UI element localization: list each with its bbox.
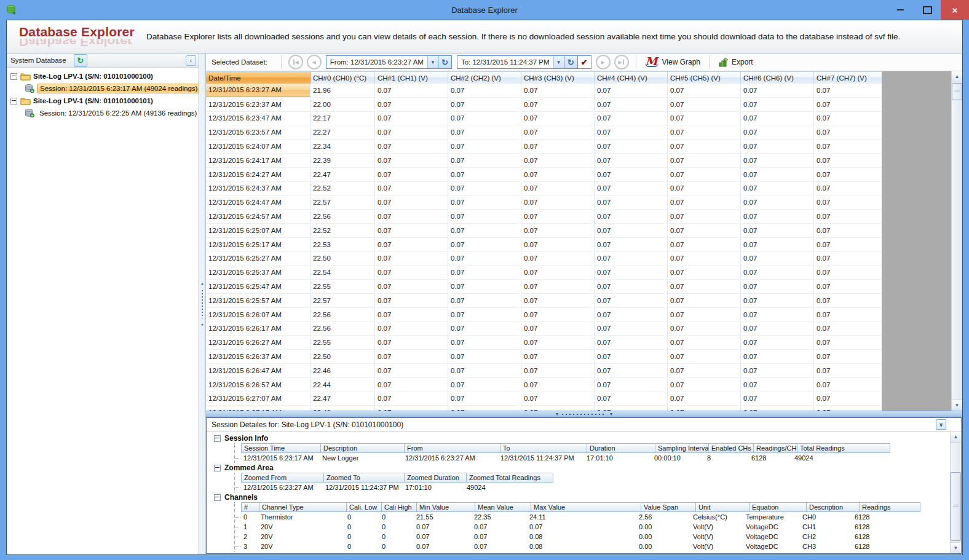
previous-record-button[interactable]: ◀: [307, 55, 322, 69]
maximize-button[interactable]: [914, 0, 941, 20]
scroll-up-icon[interactable]: ▲: [952, 71, 962, 82]
from-reset-button[interactable]: ↻: [438, 56, 451, 68]
refresh-database-button[interactable]: ↻: [74, 54, 87, 67]
cell-ch2: 0.07: [448, 210, 521, 223]
cell-ch3: 0.07: [521, 392, 595, 406]
scroll-up-icon[interactable]: ▲: [951, 432, 961, 443]
table-row: 0 Thermistor 0 0 21.55 22.35 24.11 2.56 …: [241, 512, 961, 522]
table-row[interactable]: 12/31/2015 6:25:17 AM 22.53 0.07 0.07 0.…: [206, 238, 882, 252]
scroll-down-icon[interactable]: ▼: [952, 400, 962, 411]
grid-column-header[interactable]: Date/Time: [206, 72, 310, 84]
cell-ch0: 22.50: [310, 350, 375, 363]
table-row[interactable]: 12/31/2015 6:26:07 AM 22.56 0.07 0.07 0.…: [206, 308, 882, 322]
table-row[interactable]: 12/31/2015 6:24:07 AM 22.34 0.07 0.07 0.…: [206, 140, 882, 154]
grid-column-header[interactable]: CH#0 (CH0) (°C): [310, 72, 375, 84]
table-row[interactable]: 12/31/2015 6:26:37 AM 22.50 0.07 0.07 0.…: [206, 350, 882, 364]
grid-vertical-scrollbar[interactable]: ▲ ▼: [951, 71, 962, 411]
cell-ch3: 0.07: [521, 406, 595, 411]
horizontal-splitter[interactable]: ▾ ▾: [206, 411, 962, 417]
cell-ch1: 0.07: [375, 98, 448, 111]
table-row[interactable]: 12/31/2015 6:25:37 AM 22.54 0.07 0.07 0.…: [206, 266, 882, 280]
section-expander-icon[interactable]: [214, 435, 221, 442]
cell-ch2: 0.07: [448, 84, 521, 97]
tree-expander-icon[interactable]: [10, 73, 17, 80]
table-row[interactable]: 12/31/2015 6:24:27 AM 22.47 0.07 0.07 0.…: [206, 168, 882, 182]
session-info-table: Session TimeDescriptionFromToDurationSam…: [234, 443, 961, 463]
table-row[interactable]: 12/31/2015 6:25:07 AM 22.52 0.07 0.07 0.…: [206, 224, 882, 238]
cell-ch1: 0.07: [375, 224, 448, 237]
from-date-picker[interactable]: From: 12/31/2015 6:23:27 AM ▾ ↻: [326, 55, 452, 69]
grid-column-header[interactable]: CH#3 (CH3) (V): [521, 72, 595, 84]
cell-ch3: 0.07: [521, 308, 595, 321]
collapse-left-icon: ‹: [190, 57, 192, 64]
details-vertical-scrollbar[interactable]: ▲ ▼: [950, 432, 961, 553]
table-row[interactable]: 12/31/2015 6:26:57 AM 22.44 0.07 0.07 0.…: [206, 378, 882, 392]
tree-node-logger-2[interactable]: Site-Log LPV-1 (S/N: 010101000101): [7, 95, 199, 107]
cell-ch4: 0.07: [595, 125, 668, 139]
refresh-icon: ↻: [77, 56, 84, 65]
minimize-button[interactable]: [887, 0, 914, 20]
tree-node-logger-1[interactable]: Site-Log LPV-1 (S/N: 010101000100): [7, 70, 199, 82]
cell: 12/31/2015 11:24:37 PM: [323, 483, 403, 492]
reset-icon: ↻: [441, 58, 448, 67]
to-reset-button[interactable]: ↻: [564, 56, 577, 68]
table-row[interactable]: 12/31/2015 6:24:37 AM 22.52 0.07 0.07 0.…: [206, 182, 882, 196]
to-dropdown-button[interactable]: ▾: [553, 56, 564, 68]
table-row[interactable]: 12/31/2015 6:24:17 AM 22.39 0.07 0.07 0.…: [206, 154, 882, 168]
collapse-sidebar-button[interactable]: ‹: [186, 55, 196, 66]
export-button[interactable]: Export: [718, 57, 753, 67]
grid-column-header[interactable]: CH#4 (CH4) (V): [595, 72, 668, 84]
cell: 2.56: [636, 512, 690, 522]
table-row[interactable]: 12/31/2015 6:26:47 AM 22.46 0.07 0.07 0.…: [206, 364, 882, 378]
grid-column-header[interactable]: CH#6 (CH6) (V): [741, 72, 814, 84]
table-row[interactable]: 12/31/2015 6:25:57 AM 22.57 0.07 0.07 0.…: [206, 294, 882, 308]
last-record-button[interactable]: ▶: [614, 55, 629, 69]
section-expander-icon[interactable]: [214, 494, 221, 501]
close-button[interactable]: ×: [941, 0, 969, 20]
grid-column-header[interactable]: CH#5 (CH5) (V): [668, 72, 741, 84]
from-dropdown-button[interactable]: ▾: [427, 56, 438, 68]
section-expander-icon[interactable]: [214, 465, 221, 471]
grid-column-header[interactable]: CH#2 (CH2) (V): [448, 72, 521, 84]
cell-ch2: 0.07: [448, 182, 521, 195]
scrollbar-thumb[interactable]: [952, 83, 962, 100]
grid-column-header[interactable]: CH#7 (CH7) (V): [814, 72, 887, 84]
table-row[interactable]: 12/31/2015 6:27:07 AM 22.47 0.07 0.07 0.…: [206, 392, 882, 406]
column-header: Zoomed Duration: [405, 473, 467, 483]
cell-ch7: 0.07: [814, 140, 882, 153]
vertical-splitter[interactable]: ◂ ◂: [199, 53, 205, 554]
table-row[interactable]: 12/31/2015 6:26:17 AM 22.56 0.07 0.07 0.…: [206, 322, 882, 336]
column-header: #: [241, 502, 259, 512]
table-row[interactable]: 12/31/2015 6:24:57 AM 22.56 0.07 0.07 0.…: [206, 210, 882, 224]
view-graph-button[interactable]: M View Graph: [645, 57, 700, 67]
table-row[interactable]: 12/31/2015 6:25:27 AM 22.50 0.07 0.07 0.…: [206, 252, 882, 266]
scroll-down-icon[interactable]: ▼: [951, 542, 961, 553]
scrollbar-thumb[interactable]: [951, 472, 961, 541]
table-row[interactable]: 12/31/2015 6:27:17 AM 22.48 0.07 0.07 0.…: [206, 406, 882, 411]
grid-column-header[interactable]: CH#1 (CH1) (V): [375, 72, 448, 84]
cell-ch5: 0.07: [668, 350, 741, 363]
cell-ch1: 0.07: [375, 182, 448, 195]
tree-expander-icon[interactable]: [10, 98, 17, 105]
tree-session-2[interactable]: Session: 12/31/2015 6:22:25 AM (49136 re…: [7, 107, 199, 119]
table-row[interactable]: 12/31/2015 6:25:47 AM 22.55 0.07 0.07 0.…: [206, 280, 882, 294]
splitter-grip: [202, 290, 203, 318]
table-row[interactable]: 12/31/2015 6:24:47 AM 22.57 0.07 0.07 0.…: [206, 195, 882, 210]
cell-ch6: 0.07: [741, 168, 814, 181]
apply-range-button[interactable]: ✔: [577, 56, 591, 68]
next-record-button[interactable]: ▶: [596, 55, 611, 69]
details-collapse-button[interactable]: ∨: [936, 419, 946, 430]
first-record-button[interactable]: ◀: [288, 55, 303, 69]
cell: 6128: [852, 532, 912, 542]
table-row[interactable]: 12/31/2015 6:23:27 AM 21.96 0.07 0.07 0.…: [206, 84, 882, 98]
cell: Temperature: [743, 512, 800, 522]
tree-session-1[interactable]: Session: 12/31/2015 6:23:17 AM (49024 re…: [7, 82, 199, 95]
cell-ch5: 0.07: [668, 112, 741, 125]
to-date-picker[interactable]: To: 12/31/2015 11:24:37 PM ▾ ↻ ✔: [457, 55, 591, 69]
table-row[interactable]: 12/31/2015 6:26:27 AM 22.55 0.07 0.07 0.…: [206, 336, 882, 350]
table-row[interactable]: 12/31/2015 6:23:47 AM 22.17 0.07 0.07 0.…: [206, 112, 882, 126]
table-row[interactable]: 12/31/2015 6:23:37 AM 22.00 0.07 0.07 0.…: [206, 98, 882, 112]
channels-table: #Channel TypeCali. LowCali HighMin Value…: [234, 502, 961, 551]
cell-ch0: 22.56: [310, 210, 375, 223]
table-row[interactable]: 12/31/2015 6:23:57 AM 22.27 0.07 0.07 0.…: [206, 125, 882, 140]
